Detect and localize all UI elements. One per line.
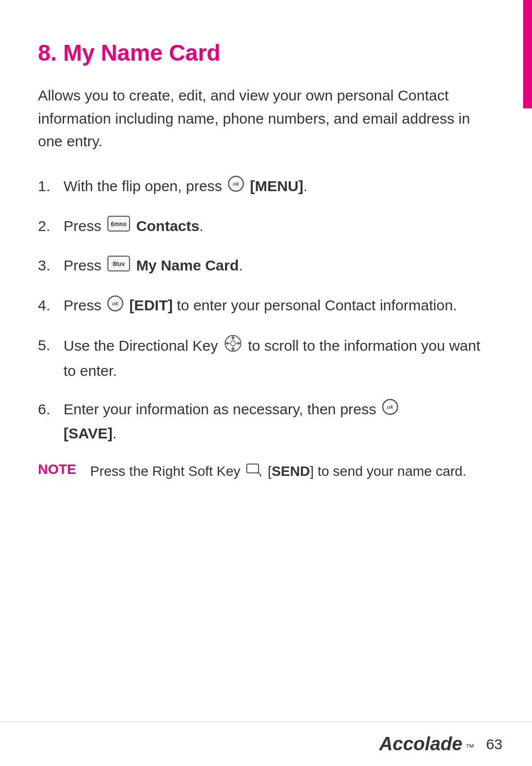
- step-6-content: Enter your information as necessary, the…: [64, 398, 494, 445]
- key-8-icon: 8tuv: [107, 255, 131, 279]
- step-4-number: 4.: [38, 294, 64, 317]
- step-6-number: 6.: [38, 398, 64, 421]
- step-3-content: Press 8tuv My Name Card.: [64, 254, 494, 278]
- ok-icon-2: ok: [107, 295, 124, 319]
- step-2-number: 2.: [38, 215, 64, 238]
- step-4-content: Press ok [EDIT] to enter your personal C…: [64, 294, 494, 318]
- step-2-content: Press 6mno Contacts.: [64, 215, 494, 239]
- page: 8. My Name Card Allows you to create, ed…: [0, 0, 532, 766]
- step-1-number: 1.: [38, 175, 64, 198]
- step-5-content: Use the Directional Key: [64, 334, 494, 382]
- step-4: 4. Press ok [EDIT] to enter your persona…: [38, 294, 494, 318]
- step-6-save: [SAVE]: [64, 425, 112, 441]
- right-tab-indicator: [523, 0, 532, 108]
- note-label: NOTE: [38, 461, 82, 477]
- step-2: 2. Press 6mno Contacts.: [38, 215, 494, 239]
- key-6-icon: 6mno: [107, 215, 131, 239]
- step-2-contacts: Contacts: [136, 218, 199, 234]
- main-content: 8. My Name Card Allows you to create, ed…: [38, 39, 494, 717]
- step-1: 1. With the flip open, press ok [MENU].: [38, 175, 494, 199]
- step-5: 5. Use the Directional Key: [38, 334, 494, 382]
- svg-text:ok: ok: [233, 181, 240, 187]
- intro-paragraph: Allows you to create, edit, and view you…: [38, 84, 494, 153]
- note-content: Press the Right Soft Key [SEND] to send …: [90, 461, 466, 483]
- step-5-number: 5.: [38, 334, 64, 357]
- ok-icon: ok: [228, 175, 244, 199]
- brand-name: Accolade: [379, 733, 463, 755]
- svg-text:ok: ok: [387, 404, 394, 410]
- svg-point-9: [231, 341, 235, 346]
- soft-key-icon: [246, 462, 263, 483]
- step-3-mynamecard: My Name Card: [136, 257, 238, 273]
- bottom-bar: Accolade™ 63: [0, 722, 532, 766]
- step-3: 3. Press 8tuv My Name Card.: [38, 254, 494, 278]
- step-3-number: 3.: [38, 254, 64, 277]
- page-number: 63: [486, 736, 502, 753]
- ok-icon-3: ok: [382, 399, 399, 422]
- step-1-content: With the flip open, press ok [MENU].: [64, 175, 494, 199]
- note-send: SEND: [271, 464, 310, 479]
- brand-logo: Accolade™: [379, 733, 474, 755]
- svg-rect-16: [247, 464, 259, 473]
- brand-tm: ™: [466, 742, 474, 753]
- svg-text:6mno: 6mno: [111, 221, 127, 228]
- step-6: 6. Enter your information as necessary, …: [38, 398, 494, 445]
- section-title: 8. My Name Card: [38, 39, 494, 67]
- svg-text:8tuv: 8tuv: [113, 261, 125, 267]
- note-section: NOTE Press the Right Soft Key [SEND] to …: [38, 461, 494, 483]
- svg-text:ok: ok: [112, 300, 119, 306]
- directional-icon: [224, 334, 242, 360]
- step-1-menu: [MENU]: [250, 178, 303, 194]
- step-4-edit: [EDIT]: [129, 297, 172, 313]
- steps-list: 1. With the flip open, press ok [MENU]. …: [38, 175, 494, 445]
